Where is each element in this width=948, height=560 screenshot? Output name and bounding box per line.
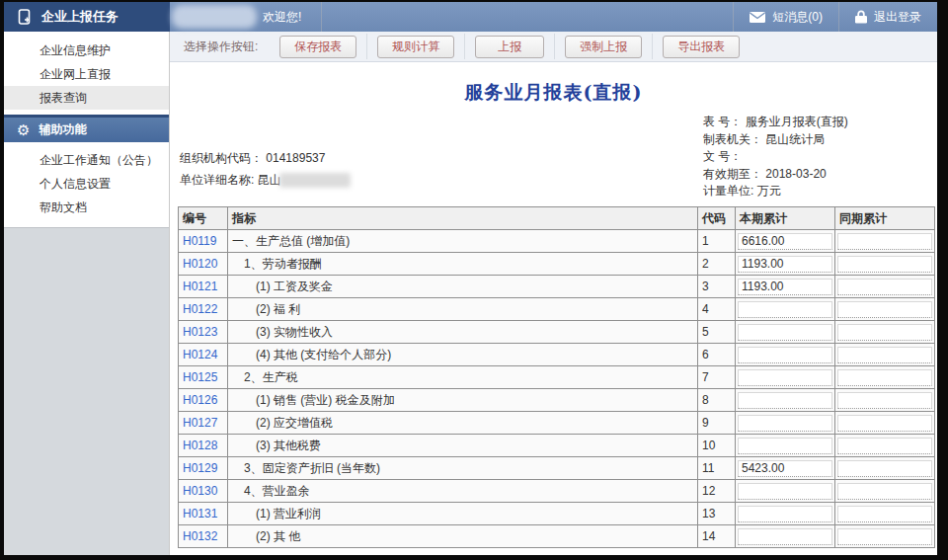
row-code-link[interactable]: H0129: [179, 457, 228, 480]
same-period-input[interactable]: [837, 233, 932, 250]
same-period-input[interactable]: [837, 460, 932, 477]
table-row: H0119 一、生产总值 (增加值) 1: [179, 230, 935, 253]
table-row: H0128 (3) 其他税费 10: [179, 435, 935, 457]
welcome-text: 欢迎您!: [263, 9, 301, 26]
same-period-input[interactable]: [837, 392, 932, 409]
current-period-input[interactable]: [738, 415, 832, 432]
same-period-input[interactable]: [837, 279, 932, 295]
save-report-button[interactable]: 保存报表: [279, 36, 356, 58]
current-period-input[interactable]: [738, 324, 832, 341]
current-period-input[interactable]: [738, 279, 832, 295]
same-period-input[interactable]: [837, 256, 932, 273]
current-period-input[interactable]: [738, 347, 832, 363]
seq-cell: 4: [698, 298, 736, 321]
org-code-value: 014189537: [266, 151, 325, 165]
row-code-link[interactable]: H0121: [179, 276, 228, 298]
submit-button[interactable]: 上报: [475, 36, 544, 58]
same-period-input[interactable]: [837, 438, 932, 454]
indicator-cell: (3) 实物性收入: [228, 321, 698, 344]
doc-plus-icon: [17, 9, 33, 25]
table-row: H0125 2、生产税 7: [179, 366, 935, 389]
same-period-input[interactable]: [837, 369, 932, 386]
row-code-link[interactable]: H0131: [179, 503, 228, 525]
same-period-input[interactable]: [837, 506, 932, 522]
meta-unit-of-measure: 计量单位: 万元: [703, 183, 848, 200]
row-code-link[interactable]: H0132: [179, 525, 228, 548]
current-period-input[interactable]: [738, 506, 832, 522]
sidebar-item-online-direct-report[interactable]: 企业网上直报: [4, 62, 169, 86]
row-code-link[interactable]: H0126: [179, 389, 228, 412]
logout-button[interactable]: 退出登录: [839, 2, 937, 32]
app-title-header[interactable]: 企业上报任务: [4, 2, 170, 32]
current-period-input[interactable]: [738, 438, 832, 454]
row-code-link[interactable]: H0122: [179, 298, 228, 321]
org-code-row: 组织机构代码： 014189537: [180, 147, 351, 169]
meta-issuing-agency: 制表机关： 昆山统计局: [703, 131, 848, 149]
app-title: 企业上报任务: [41, 8, 118, 26]
current-period-input[interactable]: [738, 233, 832, 250]
unit-name-row: 单位详细名称: 昆山: [180, 169, 351, 191]
current-period-input[interactable]: [738, 256, 832, 273]
same-period-input[interactable]: [837, 324, 932, 341]
messages-button[interactable]: 短消息(0): [734, 2, 838, 32]
same-period-input[interactable]: [837, 301, 932, 318]
current-period-input[interactable]: [738, 369, 832, 386]
seq-cell: 2: [698, 253, 736, 276]
indicator-cell: 3、固定资产折旧 (当年数): [228, 457, 698, 480]
sidebar-item-personal-settings[interactable]: 个人信息设置: [4, 172, 169, 196]
seq-cell: 7: [698, 366, 736, 389]
meta-doc-no: 文 号：: [703, 148, 848, 166]
current-period-input[interactable]: [738, 301, 832, 318]
same-period-input[interactable]: [837, 415, 932, 432]
seq-cell: 3: [698, 276, 736, 298]
row-code-link[interactable]: H0125: [179, 366, 228, 389]
sidebar-item-work-notice[interactable]: 企业工作通知（公告）: [4, 148, 169, 172]
sidebar-item-report-query[interactable]: 报表查询: [4, 86, 169, 110]
table-row: H0126 (1) 销售 (营业) 税金及附加 8: [179, 389, 935, 412]
current-period-input[interactable]: [738, 528, 832, 545]
sidebar-group-report-tasks: 企业信息维护 企业网上直报 报表查询: [4, 32, 169, 115]
top-bar: 企业上报任务 欢迎您! 短消息(0) 退出登录: [4, 2, 937, 32]
envelope-icon: [750, 12, 765, 23]
row-code-link[interactable]: H0120: [179, 253, 228, 276]
lock-icon: [855, 10, 867, 24]
current-period-input[interactable]: [738, 392, 832, 409]
row-code-link[interactable]: H0124: [179, 344, 228, 366]
same-period-input[interactable]: [837, 528, 932, 545]
current-period-input[interactable]: [738, 483, 832, 500]
header-seq: 代码: [698, 207, 736, 230]
sidebar-filler: [4, 227, 169, 555]
force-submit-button[interactable]: 强制上报: [565, 36, 642, 58]
table-row: H0131 (1) 营业利润 13: [179, 503, 935, 525]
row-code-link[interactable]: H0127: [179, 412, 228, 435]
rule-calculate-button[interactable]: 规则计算: [377, 36, 454, 58]
seq-cell: 8: [698, 389, 736, 412]
row-code-link[interactable]: H0119: [179, 230, 228, 253]
messages-label: 短消息(0): [772, 9, 823, 26]
report-meta-block: 表 号： 服务业月报表(直报) 制表机关： 昆山统计局 文 号： 有效期至： 2…: [703, 114, 848, 200]
seq-cell: 14: [698, 525, 736, 548]
current-period-input[interactable]: [738, 460, 832, 477]
same-period-input[interactable]: [837, 483, 932, 500]
export-report-button[interactable]: 导出报表: [663, 36, 740, 58]
seq-cell: 13: [698, 503, 736, 525]
sidebar-section-auxiliary-functions[interactable]: ⚙ 辅助功能: [4, 115, 169, 142]
header-current-period: 本期累计: [736, 207, 835, 230]
table-row: H0130 4、营业盈余 12: [179, 480, 935, 503]
row-code-link[interactable]: H0130: [179, 480, 228, 503]
seq-cell: 9: [698, 412, 736, 435]
seq-cell: 5: [698, 321, 736, 344]
row-code-link[interactable]: H0123: [179, 321, 228, 344]
meta-valid-until: 有效期至： 2018-03-20: [703, 166, 848, 184]
indicator-cell: 1、劳动者报酬: [228, 253, 698, 276]
sidebar-item-enterprise-info[interactable]: 企业信息维护: [4, 39, 169, 62]
same-period-input[interactable]: [837, 347, 932, 363]
sidebar-section-label: 辅助功能: [39, 121, 86, 138]
unit-name-visible: 昆山: [258, 173, 281, 187]
sidebar-item-help-docs[interactable]: 帮助文档: [4, 196, 169, 219]
org-meta-block: 组织机构代码： 014189537 单位详细名称: 昆山: [180, 147, 351, 191]
row-code-link[interactable]: H0128: [179, 435, 228, 457]
indicator-cell: (2) 应交增值税: [228, 412, 698, 435]
topbar-divider: [321, 2, 322, 32]
sidebar-group-auxiliary: 企业工作通知（公告） 个人信息设置 帮助文档: [4, 142, 169, 227]
